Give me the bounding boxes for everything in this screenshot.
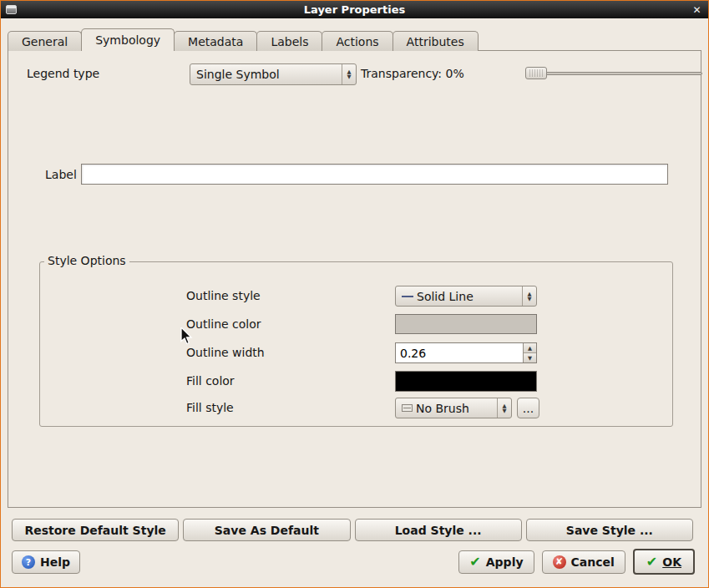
style-options-title: Style Options	[44, 254, 129, 267]
tab-general-label: General	[22, 35, 68, 48]
cancel-label: Cancel	[571, 555, 615, 569]
button-label: Save As Default	[215, 524, 319, 537]
load-style-button[interactable]: Load Style ...	[355, 519, 522, 541]
help-label: Help	[40, 555, 70, 569]
save-style-button[interactable]: Save Style ...	[526, 519, 693, 541]
ok-label: OK	[662, 555, 681, 569]
no-brush-icon	[402, 404, 413, 412]
spin-down-button[interactable]: ▼	[524, 353, 536, 362]
help-button[interactable]: ? Help	[12, 550, 80, 574]
arrow-down-glyph: ▼	[347, 74, 352, 79]
outline-style-label: Outline style	[186, 289, 261, 302]
outline-width-spinbox[interactable]: ▲ ▼	[395, 342, 537, 363]
tab-attributes-label: Attributes	[407, 35, 464, 48]
ok-button[interactable]: ✔ OK	[633, 549, 695, 575]
slider-handle[interactable]	[525, 67, 547, 79]
spinner-buttons: ▲ ▼	[523, 343, 536, 362]
style-buttons-row: Restore Default Style Save As Default Lo…	[12, 519, 693, 541]
ok-check-icon: ✔	[646, 555, 657, 569]
button-label: Save Style ...	[566, 524, 653, 537]
legend-type-value: Single Symbol	[190, 68, 342, 81]
window-title: Layer Properties	[1, 3, 708, 16]
restore-default-style-button[interactable]: Restore Default Style	[12, 519, 179, 541]
symbology-panel: Legend type Single Symbol ▲ ▼ Transparen…	[8, 50, 701, 508]
button-label: Load Style ...	[395, 524, 482, 537]
outline-width-label: Outline width	[186, 346, 265, 359]
fill-color-label: Fill color	[186, 374, 235, 388]
help-glyph: ?	[26, 557, 31, 568]
slider-groove[interactable]	[525, 72, 702, 75]
arrow-down-glyph: ▼	[528, 297, 532, 302]
outline-color-label: Outline color	[186, 317, 261, 331]
chevron-updown-icon: ▲ ▼	[522, 286, 536, 306]
apply-label: Apply	[486, 555, 524, 569]
tab-labels-label: Labels	[271, 35, 308, 48]
window-icon	[6, 5, 17, 14]
spin-up-button[interactable]: ▲	[524, 343, 536, 353]
tab-metadata-label: Metadata	[188, 35, 243, 48]
arrow-up-glyph: ▲	[528, 345, 532, 352]
cancel-button[interactable]: ✘ Cancel	[542, 550, 625, 574]
cancel-glyph: ✘	[555, 556, 563, 567]
transparency-slider[interactable]	[525, 67, 702, 80]
legend-type-label: Legend type	[27, 67, 99, 80]
solid-line-icon	[402, 296, 413, 297]
fill-style-value: No Brush	[413, 402, 497, 415]
transparency-label: Transparency: 0%	[361, 67, 464, 80]
style-options-group: Style Options Outline style Solid Line ▲…	[39, 261, 673, 427]
tab-symbology-label: Symbology	[95, 33, 160, 47]
titlebar[interactable]: Layer Properties ✕	[1, 1, 708, 18]
outline-style-combo[interactable]: Solid Line ▲ ▼	[395, 286, 537, 307]
tab-metadata[interactable]: Metadata	[174, 31, 257, 51]
chevron-updown-icon: ▲ ▼	[342, 64, 356, 84]
tab-symbology[interactable]: Symbology	[81, 28, 175, 51]
button-label: Restore Default Style	[24, 524, 165, 537]
apply-check-icon: ✔	[469, 555, 480, 569]
legend-type-combo[interactable]: Single Symbol ▲ ▼	[190, 63, 357, 85]
outline-color-button[interactable]	[395, 314, 537, 334]
tab-labels[interactable]: Labels	[256, 31, 322, 51]
close-icon[interactable]: ✕	[690, 3, 704, 17]
outline-style-value: Solid Line	[413, 290, 522, 303]
fill-color-button[interactable]	[395, 371, 537, 392]
chevron-updown-icon: ▲ ▼	[497, 398, 511, 418]
save-as-default-button[interactable]: Save As Default	[183, 519, 350, 541]
label-input[interactable]	[81, 164, 668, 185]
tab-actions-label: Actions	[336, 35, 378, 48]
fill-style-combo[interactable]: No Brush ▲ ▼	[395, 398, 512, 418]
apply-button[interactable]: ✔ Apply	[458, 550, 534, 574]
fill-style-more-button[interactable]: ...	[517, 398, 539, 418]
tab-bar: General Symbology Metadata Labels Action…	[8, 28, 478, 51]
outline-width-input[interactable]	[396, 343, 523, 362]
arrow-down-glyph: ▼	[528, 355, 532, 362]
tab-general[interactable]: General	[8, 31, 82, 51]
tab-attributes[interactable]: Attributes	[392, 31, 479, 51]
fill-style-label: Fill style	[186, 401, 234, 414]
arrow-down-glyph: ▼	[503, 408, 507, 413]
layer-properties-dialog: Layer Properties ✕ General Symbology Met…	[0, 0, 709, 588]
label-field-label: Label	[45, 168, 77, 181]
more-button-label: ...	[523, 402, 534, 415]
tab-actions[interactable]: Actions	[322, 31, 392, 51]
cancel-icon: ✘	[553, 555, 566, 569]
action-buttons: ✔ Apply ✘ Cancel ✔ OK	[458, 549, 695, 575]
help-icon: ?	[22, 555, 35, 569]
